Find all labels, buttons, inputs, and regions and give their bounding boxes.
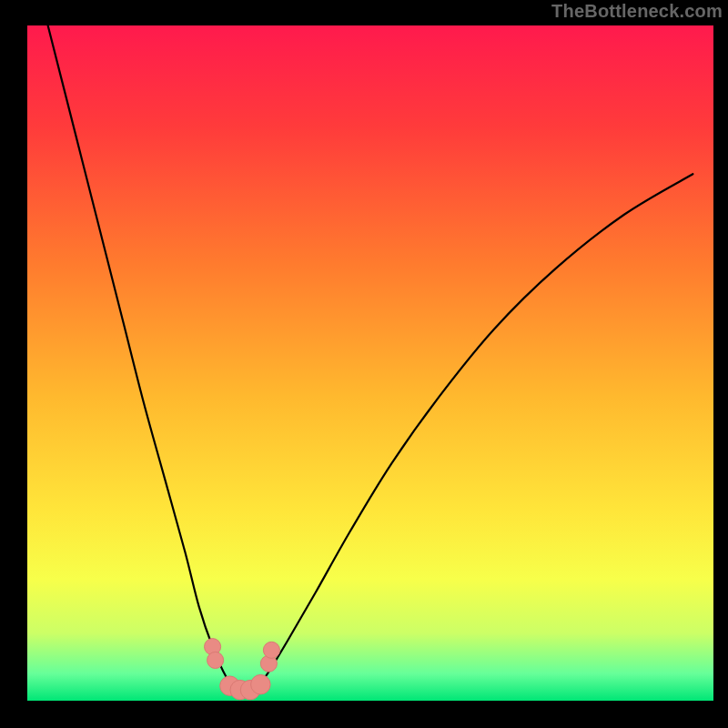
marker-point: [263, 642, 279, 658]
bottleneck-chart: [0, 0, 728, 728]
chart-frame: TheBottleneck.com: [0, 0, 728, 728]
marker-point: [251, 674, 270, 693]
plot-background: [27, 25, 713, 701]
watermark-text: TheBottleneck.com: [551, 2, 723, 20]
plot-area: [27, 25, 713, 701]
marker-point: [207, 652, 224, 668]
